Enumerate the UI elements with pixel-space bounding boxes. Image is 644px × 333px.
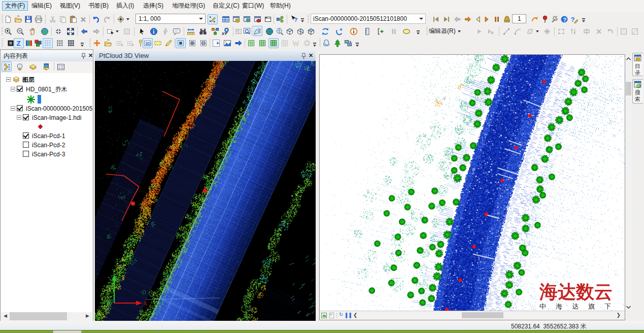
svg-text:Z: Z (17, 40, 21, 47)
svg-text:3D: 3D (145, 41, 151, 46)
svg-text:?: ? (563, 17, 567, 23)
svg-text:?: ? (571, 16, 575, 23)
svg-text:XY: XY (222, 31, 227, 36)
svg-text:A: A (491, 30, 494, 35)
svg-text:?: ? (294, 17, 298, 23)
